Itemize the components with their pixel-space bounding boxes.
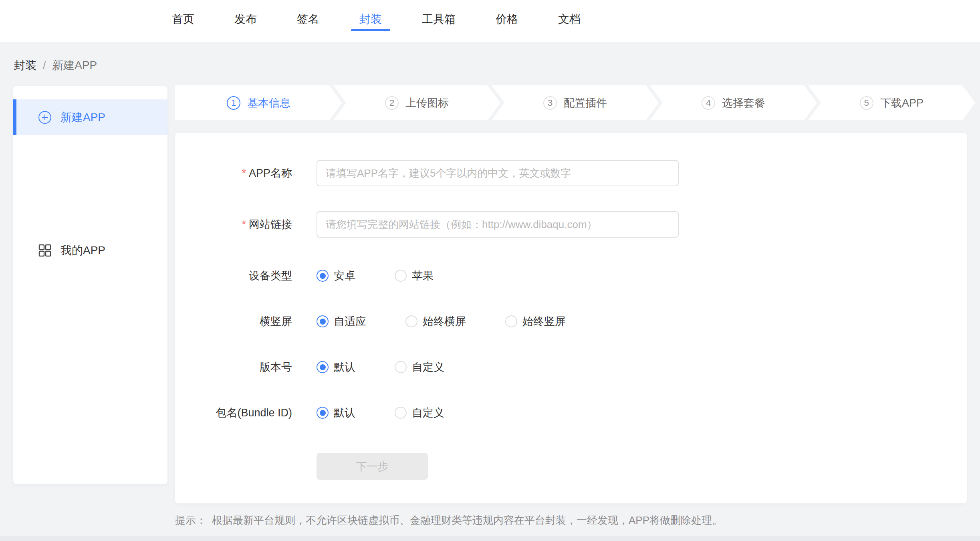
step-number-badge: 1 — [227, 96, 240, 110]
device-type-row: 设备类型 安卓 苹果 — [175, 268, 967, 284]
radio-icon — [395, 270, 407, 282]
bundle-id-label: 包名(Bundle ID) — [175, 406, 292, 420]
orientation-row: 横竖屏 自适应 始终横屏 始终竖屏 — [175, 313, 967, 329]
nav-item-package[interactable]: 封装 — [359, 0, 382, 38]
radio-adaptive[interactable]: 自适应 — [317, 313, 366, 329]
grid-icon — [38, 244, 52, 257]
orientation-label: 横竖屏 — [175, 314, 292, 329]
radio-icon — [505, 315, 517, 327]
nav-item-toolbox[interactable]: 工具箱 — [422, 0, 456, 38]
step-label: 上传图标 — [405, 96, 449, 110]
footer-edge-strip — [0, 536, 980, 541]
radio-always-landscape[interactable]: 始终横屏 — [405, 313, 466, 329]
radio-android[interactable]: 安卓 — [317, 268, 355, 284]
step-1-basic-info: 1 基本信息 — [175, 85, 342, 120]
nav-item-pricing[interactable]: 价格 — [496, 0, 518, 38]
step-5-download-app: 5 下载APP — [808, 85, 975, 120]
device-type-label: 设备类型 — [175, 268, 292, 283]
tip-label: 提示： — [175, 513, 206, 527]
radio-version-default[interactable]: 默认 — [317, 359, 355, 375]
radio-ios[interactable]: 苹果 — [395, 268, 434, 284]
bundle-id-row: 包名(Bundle ID) 默认 自定义 — [175, 405, 967, 421]
radio-icon — [317, 361, 329, 373]
step-label: 选择套餐 — [722, 96, 765, 110]
radio-bundle-custom[interactable]: 自定义 — [395, 405, 444, 421]
step-number-badge: 5 — [860, 96, 873, 110]
top-header: 首页 发布 签名 封装 工具箱 价格 文档 — [0, 0, 980, 43]
app-name-label: *APP名称 — [175, 166, 292, 180]
nav-item-sign[interactable]: 签名 — [297, 0, 319, 38]
step-label: 配置插件 — [564, 96, 607, 110]
step-label: 基本信息 — [247, 96, 290, 110]
plus-circle-icon — [38, 111, 52, 124]
radio-icon — [395, 361, 407, 373]
page: 首页 发布 签名 封装 工具箱 价格 文档 封装 / 新建APP 新建APP — [0, 0, 980, 541]
main-nav: 首页 发布 签名 封装 工具箱 价格 文档 — [0, 0, 980, 38]
version-label: 版本号 — [175, 360, 292, 374]
button-row: 下一步 — [317, 453, 967, 480]
required-asterisk: * — [242, 167, 246, 179]
sidebar-item-label: 新建APP — [60, 110, 105, 125]
nav-item-home[interactable]: 首页 — [172, 0, 194, 38]
nav-item-docs[interactable]: 文档 — [558, 0, 581, 38]
radio-icon — [395, 407, 407, 419]
radio-bundle-default[interactable]: 默认 — [317, 405, 355, 421]
site-url-label: *网站链接 — [175, 217, 292, 232]
radio-version-custom[interactable]: 自定义 — [395, 359, 444, 375]
radio-icon — [317, 270, 329, 282]
version-row: 版本号 默认 自定义 — [175, 359, 967, 375]
tip-text: 根据最新平台规则，不允许区块链虚拟币、金融理财类等违规内容在平台封装，一经发现，… — [212, 513, 722, 527]
platform-rule-tip: 提示： 根据最新平台规则，不允许区块链虚拟币、金融理财类等违规内容在平台封装，一… — [175, 513, 722, 527]
radio-always-portrait[interactable]: 始终竖屏 — [505, 313, 566, 329]
breadcrumb: 封装 / 新建APP — [14, 58, 97, 73]
sidebar-item-my-app[interactable]: 我的APP — [13, 232, 167, 268]
sidebar-item-label: 我的APP — [60, 243, 105, 258]
radio-icon — [317, 315, 329, 327]
site-url-row: *网站链接 — [175, 211, 967, 238]
next-step-button[interactable]: 下一步 — [317, 453, 428, 480]
step-number-badge: 2 — [385, 96, 399, 110]
nav-item-publish[interactable]: 发布 — [234, 0, 257, 38]
breadcrumb-current: 新建APP — [52, 58, 97, 73]
site-url-input[interactable] — [317, 211, 679, 238]
step-number-badge: 3 — [543, 96, 557, 110]
radio-icon — [405, 315, 417, 327]
step-2-upload-icon: 2 上传图标 — [333, 85, 500, 120]
step-number-badge: 4 — [702, 96, 715, 110]
sidebar: 新建APP 我的APP — [13, 86, 167, 484]
app-name-row: *APP名称 — [175, 160, 967, 186]
new-app-form-card: *APP名称 *网站链接 设备类型 安卓 — [175, 133, 967, 503]
step-4-choose-plan: 4 选择套餐 — [650, 85, 817, 120]
radio-icon — [317, 407, 329, 419]
step-wizard: 1 基本信息 2 上传图标 3 配置插件 4 选择套餐 5 下载APP — [175, 85, 975, 120]
step-label: 下载APP — [880, 96, 924, 110]
required-asterisk: * — [242, 218, 246, 230]
breadcrumb-section[interactable]: 封装 — [14, 58, 36, 73]
sidebar-item-new-app[interactable]: 新建APP — [13, 99, 167, 135]
breadcrumb-separator: / — [43, 59, 46, 72]
app-name-input[interactable] — [317, 160, 679, 186]
step-3-configure-plugins: 3 配置插件 — [492, 85, 659, 120]
